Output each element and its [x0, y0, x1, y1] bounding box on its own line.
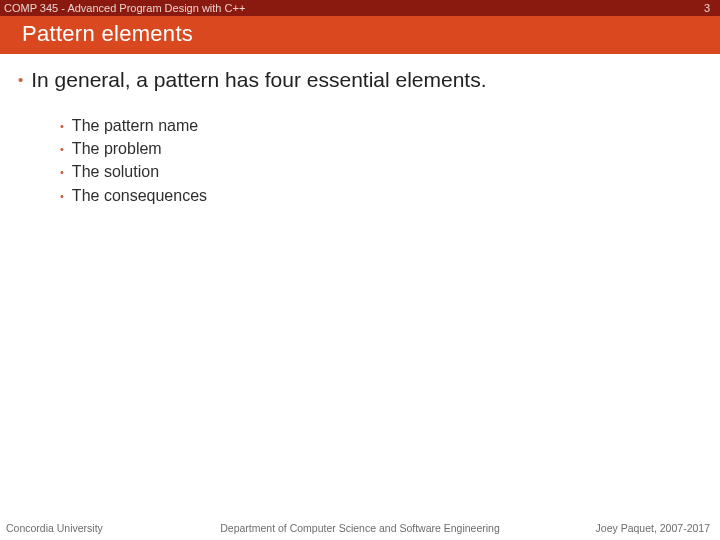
- footer-left: Concordia University: [6, 522, 103, 534]
- sub-point-text: The pattern name: [72, 114, 198, 137]
- sub-bullet-list: • The pattern name • The problem • The s…: [18, 114, 702, 207]
- course-label: COMP 345 - Advanced Program Design with …: [4, 2, 245, 14]
- bullet-icon: •: [60, 189, 64, 205]
- sub-point-text: The consequences: [72, 184, 207, 207]
- bullet-icon: •: [60, 165, 64, 181]
- slide-content: • In general, a pattern has four essenti…: [0, 54, 720, 207]
- footer-bar: Concordia University Department of Compu…: [0, 520, 720, 540]
- sub-point-text: The solution: [72, 160, 159, 183]
- footer-center: Department of Computer Science and Softw…: [220, 522, 500, 534]
- list-item: • The consequences: [60, 184, 702, 207]
- bullet-icon: •: [60, 119, 64, 135]
- main-bullet-row: • In general, a pattern has four essenti…: [18, 68, 702, 92]
- footer-right: Joey Paquet, 2007-2017: [596, 522, 710, 534]
- header-bar: COMP 345 - Advanced Program Design with …: [0, 0, 720, 16]
- bullet-icon: •: [60, 142, 64, 158]
- list-item: • The pattern name: [60, 114, 702, 137]
- sub-point-text: The problem: [72, 137, 162, 160]
- bullet-icon: •: [18, 72, 23, 87]
- main-point-text: In general, a pattern has four essential…: [31, 68, 486, 92]
- slide-number: 3: [704, 2, 710, 14]
- list-item: • The problem: [60, 137, 702, 160]
- list-item: • The solution: [60, 160, 702, 183]
- slide-title: Pattern elements: [22, 21, 193, 47]
- slide-title-bar: Pattern elements: [0, 16, 720, 54]
